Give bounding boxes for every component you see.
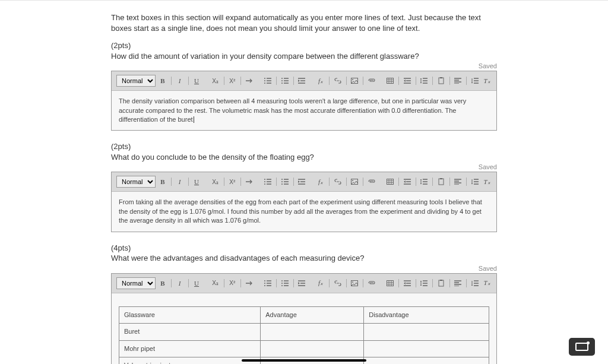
undo-icon[interactable] bbox=[245, 278, 254, 289]
superscript-button[interactable]: X² bbox=[227, 75, 237, 86]
paste-icon[interactable] bbox=[436, 278, 446, 289]
table-cell[interactable] bbox=[364, 324, 489, 340]
question-prompt: How did the amount of variation in your … bbox=[111, 51, 497, 62]
subscript-button[interactable]: X₂ bbox=[211, 75, 220, 86]
table-cell[interactable] bbox=[261, 340, 364, 357]
question-prompt: What do you conclude to be the density o… bbox=[111, 152, 497, 163]
link-icon[interactable] bbox=[333, 75, 343, 86]
equation-icon[interactable]: fₓ bbox=[316, 75, 325, 86]
svg-rect-5 bbox=[387, 78, 394, 84]
separator bbox=[188, 77, 189, 85]
image-icon[interactable] bbox=[350, 75, 359, 86]
rich-text-editor: Normal B I U X₂ X² fₓ bbox=[111, 71, 497, 131]
outdent-icon[interactable] bbox=[403, 176, 412, 187]
subscript-button[interactable]: X₂ bbox=[211, 176, 220, 187]
table-header-cell[interactable]: Advantage bbox=[261, 306, 364, 323]
table-header-cell[interactable]: Disadvantage bbox=[364, 306, 489, 323]
list-unordered-icon[interactable] bbox=[280, 75, 290, 86]
list-ordered-icon[interactable] bbox=[263, 278, 273, 289]
table-cell[interactable] bbox=[364, 357, 489, 364]
paste-icon[interactable] bbox=[436, 176, 446, 187]
saved-status: Saved bbox=[479, 62, 497, 69]
list-unordered-icon[interactable] bbox=[280, 176, 290, 187]
link-icon[interactable] bbox=[333, 278, 343, 289]
list-ordered-icon[interactable] bbox=[263, 75, 273, 86]
superscript-button[interactable]: X² bbox=[227, 176, 237, 187]
saved-status: Saved bbox=[479, 163, 497, 170]
superscript-button[interactable]: X² bbox=[227, 278, 237, 289]
italic-button[interactable]: I bbox=[175, 278, 185, 289]
clear-formatting-button[interactable]: Tₓ bbox=[482, 176, 492, 187]
top-divider bbox=[0, 0, 608, 1]
editor-textarea[interactable]: Glassware Advantage Disadvantage Buret M… bbox=[112, 293, 496, 364]
equation-icon[interactable]: fₓ bbox=[316, 278, 325, 289]
sort-icon[interactable] bbox=[470, 176, 480, 187]
bold-button[interactable]: B bbox=[158, 278, 167, 289]
italic-button[interactable]: I bbox=[175, 75, 185, 86]
table-cell[interactable] bbox=[364, 340, 489, 357]
question-block: (2pts) What do you conclude to be the de… bbox=[111, 141, 497, 232]
align-icon[interactable] bbox=[453, 278, 463, 289]
image-icon[interactable] bbox=[350, 176, 359, 187]
paste-icon[interactable] bbox=[436, 75, 446, 86]
table-icon[interactable] bbox=[385, 176, 395, 187]
separator bbox=[449, 77, 450, 85]
editor-textarea[interactable]: From taking all the average densities of… bbox=[112, 192, 496, 231]
line-height-icon[interactable] bbox=[419, 176, 429, 187]
list-ordered-icon[interactable] bbox=[263, 176, 273, 187]
saved-status: Saved bbox=[479, 265, 497, 272]
underline-button[interactable]: U bbox=[192, 278, 201, 289]
align-icon[interactable] bbox=[453, 176, 463, 187]
sort-icon[interactable] bbox=[470, 75, 480, 86]
image-icon[interactable] bbox=[350, 278, 359, 289]
answer-table[interactable]: Glassware Advantage Disadvantage Buret M… bbox=[119, 306, 489, 364]
table-row: Buret bbox=[119, 324, 489, 340]
table-cell[interactable] bbox=[261, 324, 364, 340]
page-content: The text boxes in this section will expa… bbox=[111, 12, 497, 364]
list-unordered-icon[interactable] bbox=[280, 278, 290, 289]
table-row: Glassware Advantage Disadvantage bbox=[119, 306, 489, 323]
separator bbox=[363, 77, 363, 85]
style-select[interactable]: Normal bbox=[116, 176, 156, 188]
underline-button[interactable]: U bbox=[192, 176, 201, 187]
undo-icon[interactable] bbox=[245, 176, 254, 187]
bold-button[interactable]: B bbox=[158, 176, 167, 187]
table-cell[interactable]: Volumetric pipet bbox=[119, 357, 261, 364]
indent-icon[interactable] bbox=[297, 176, 306, 187]
undo-icon[interactable] bbox=[245, 75, 254, 86]
table-header-cell[interactable]: Glassware bbox=[119, 306, 261, 323]
sort-icon[interactable] bbox=[470, 278, 480, 289]
question-prompt: What were the advantages and disadvantag… bbox=[111, 253, 497, 264]
subscript-button[interactable]: X₂ bbox=[211, 278, 220, 289]
clear-formatting-button[interactable]: Tₓ bbox=[482, 278, 492, 289]
line-height-icon[interactable] bbox=[419, 75, 429, 86]
points-label: (4pts) bbox=[111, 243, 497, 254]
clear-formatting-button[interactable]: Tₓ bbox=[482, 75, 492, 86]
table-icon[interactable] bbox=[385, 75, 395, 86]
italic-button[interactable]: I bbox=[175, 176, 185, 187]
underline-button[interactable]: U bbox=[192, 75, 201, 86]
indent-icon[interactable] bbox=[297, 278, 306, 289]
outdent-icon[interactable] bbox=[403, 75, 412, 86]
attachment-icon[interactable] bbox=[367, 176, 376, 187]
separator bbox=[224, 77, 224, 85]
outdent-icon[interactable] bbox=[403, 278, 412, 289]
table-cell[interactable]: Buret bbox=[119, 324, 261, 340]
line-height-icon[interactable] bbox=[419, 278, 429, 289]
align-icon[interactable] bbox=[453, 75, 463, 86]
attachment-icon[interactable] bbox=[367, 75, 376, 86]
table-cell[interactable]: Mohr pipet bbox=[119, 340, 261, 357]
equation-icon[interactable]: fₓ bbox=[316, 176, 325, 187]
link-icon[interactable] bbox=[333, 176, 343, 187]
bold-button[interactable]: B bbox=[158, 75, 167, 86]
attachment-icon[interactable] bbox=[367, 278, 376, 289]
indent-icon[interactable] bbox=[297, 75, 306, 86]
keyboard-toggle-button[interactable] bbox=[569, 338, 595, 356]
style-select[interactable]: Normal bbox=[116, 277, 156, 289]
svg-point-0 bbox=[281, 78, 283, 79]
answer-text: From taking all the average densities of… bbox=[119, 198, 482, 224]
table-row: Mohr pipet bbox=[119, 340, 489, 357]
style-select[interactable]: Normal bbox=[116, 75, 156, 87]
editor-textarea[interactable]: The density variation comparison between… bbox=[112, 91, 496, 130]
table-icon[interactable] bbox=[385, 278, 395, 289]
